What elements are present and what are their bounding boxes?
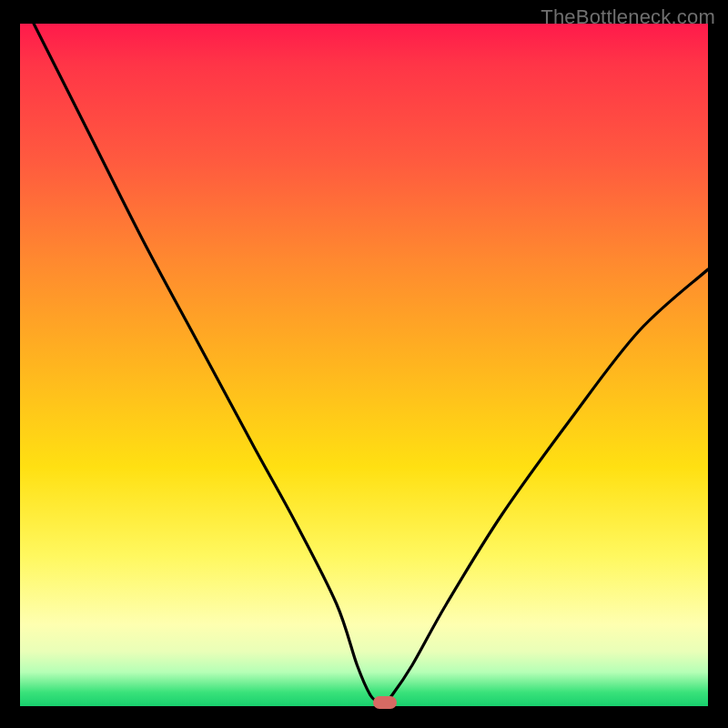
- bottleneck-curve: [20, 24, 708, 706]
- minimum-marker: [373, 696, 397, 709]
- watermark-text: TheBottleneck.com: [541, 5, 715, 29]
- plot-area: [20, 24, 708, 706]
- chart-frame: TheBottleneck.com: [0, 0, 728, 728]
